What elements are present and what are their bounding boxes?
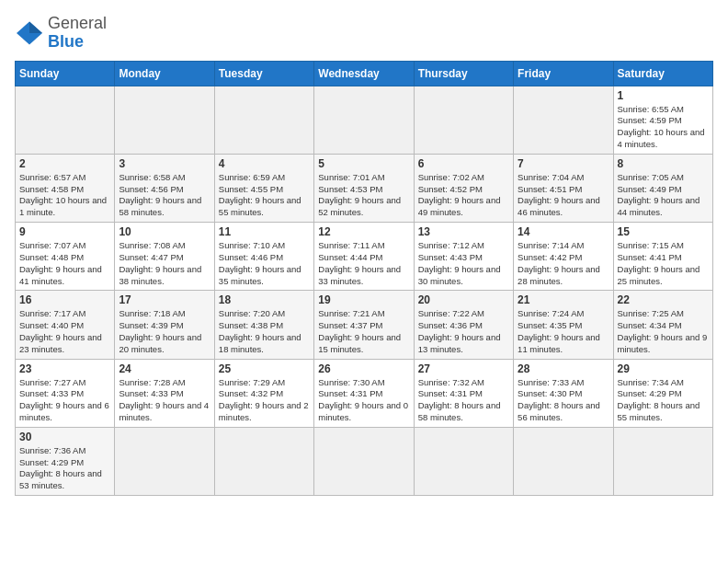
weekday-header-row: SundayMondayTuesdayWednesdayThursdayFrid… [16,61,713,86]
calendar-cell: 11Sunrise: 7:10 AM Sunset: 4:46 PM Dayli… [214,223,313,291]
calendar-week-row: 16Sunrise: 7:17 AM Sunset: 4:40 PM Dayli… [16,291,713,359]
day-number: 13 [418,225,509,238]
calendar-cell: 25Sunrise: 7:29 AM Sunset: 4:32 PM Dayli… [214,359,313,427]
day-info: Sunrise: 7:28 AM Sunset: 4:33 PM Dayligh… [119,377,210,424]
calendar-cell: 20Sunrise: 7:22 AM Sunset: 4:36 PM Dayli… [414,291,513,359]
day-number: 29 [618,362,709,375]
calendar-cell: 17Sunrise: 7:18 AM Sunset: 4:39 PM Dayli… [115,291,214,359]
day-info: Sunrise: 7:10 AM Sunset: 4:46 PM Dayligh… [219,240,310,287]
svg-marker-1 [29,21,42,32]
day-info: Sunrise: 7:27 AM Sunset: 4:33 PM Dayligh… [19,377,110,424]
calendar-week-row: 23Sunrise: 7:27 AM Sunset: 4:33 PM Dayli… [16,359,713,427]
day-info: Sunrise: 7:36 AM Sunset: 4:29 PM Dayligh… [19,445,110,492]
calendar-cell [314,427,414,495]
day-info: Sunrise: 7:34 AM Sunset: 4:29 PM Dayligh… [618,377,709,424]
calendar-cell: 21Sunrise: 7:24 AM Sunset: 4:35 PM Dayli… [514,291,613,359]
day-info: Sunrise: 7:29 AM Sunset: 4:32 PM Dayligh… [219,377,310,424]
calendar-cell [414,427,513,495]
calendar-cell: 5Sunrise: 7:01 AM Sunset: 4:53 PM Daylig… [314,154,414,222]
calendar-cell [115,86,214,154]
calendar-cell: 12Sunrise: 7:11 AM Sunset: 4:44 PM Dayli… [314,223,414,291]
logo-icon [15,20,44,46]
calendar-cell: 4Sunrise: 6:59 AM Sunset: 4:55 PM Daylig… [214,154,313,222]
day-number: 14 [518,225,609,238]
calendar-cell [214,86,313,154]
calendar-cell: 19Sunrise: 7:21 AM Sunset: 4:37 PM Dayli… [314,291,414,359]
day-info: Sunrise: 7:24 AM Sunset: 4:35 PM Dayligh… [518,308,609,355]
calendar-cell: 1Sunrise: 6:55 AM Sunset: 4:59 PM Daylig… [613,86,712,154]
page-header: General Blue [15,15,713,52]
day-number: 6 [418,157,509,170]
day-number: 26 [318,362,409,375]
day-info: Sunrise: 7:05 AM Sunset: 4:49 PM Dayligh… [618,172,709,219]
calendar-cell: 23Sunrise: 7:27 AM Sunset: 4:33 PM Dayli… [16,359,115,427]
day-number: 15 [618,225,709,238]
calendar-cell: 22Sunrise: 7:25 AM Sunset: 4:34 PM Dayli… [613,291,712,359]
calendar-cell: 15Sunrise: 7:15 AM Sunset: 4:41 PM Dayli… [613,223,712,291]
calendar-cell: 8Sunrise: 7:05 AM Sunset: 4:49 PM Daylig… [613,154,712,222]
day-number: 12 [318,225,409,238]
day-number: 16 [19,293,110,306]
calendar-week-row: 1Sunrise: 6:55 AM Sunset: 4:59 PM Daylig… [16,86,713,154]
weekday-header: Wednesday [314,61,414,86]
calendar-cell: 24Sunrise: 7:28 AM Sunset: 4:33 PM Dayli… [115,359,214,427]
calendar-cell [514,86,613,154]
calendar-cell: 6Sunrise: 7:02 AM Sunset: 4:52 PM Daylig… [414,154,513,222]
calendar-cell: 18Sunrise: 7:20 AM Sunset: 4:38 PM Dayli… [214,291,313,359]
calendar-cell: 3Sunrise: 6:58 AM Sunset: 4:56 PM Daylig… [115,154,214,222]
day-number: 2 [19,157,110,170]
day-number: 7 [518,157,609,170]
day-info: Sunrise: 7:14 AM Sunset: 4:42 PM Dayligh… [518,240,609,287]
day-info: Sunrise: 6:57 AM Sunset: 4:58 PM Dayligh… [19,172,110,219]
calendar-cell: 16Sunrise: 7:17 AM Sunset: 4:40 PM Dayli… [16,291,115,359]
day-info: Sunrise: 7:20 AM Sunset: 4:38 PM Dayligh… [219,308,310,355]
day-info: Sunrise: 6:55 AM Sunset: 4:59 PM Dayligh… [618,104,709,151]
calendar-week-row: 2Sunrise: 6:57 AM Sunset: 4:58 PM Daylig… [16,154,713,222]
day-number: 10 [119,225,210,238]
day-number: 5 [318,157,409,170]
day-number: 30 [19,431,110,443]
calendar-cell: 29Sunrise: 7:34 AM Sunset: 4:29 PM Dayli… [613,359,712,427]
day-number: 22 [618,293,709,306]
day-info: Sunrise: 7:25 AM Sunset: 4:34 PM Dayligh… [618,308,709,355]
day-info: Sunrise: 7:32 AM Sunset: 4:31 PM Dayligh… [418,377,509,424]
weekday-header: Thursday [414,61,513,86]
day-number: 19 [318,293,409,306]
day-info: Sunrise: 7:30 AM Sunset: 4:31 PM Dayligh… [318,377,409,424]
day-info: Sunrise: 7:22 AM Sunset: 4:36 PM Dayligh… [418,308,509,355]
day-number: 28 [518,362,609,375]
calendar-cell: 27Sunrise: 7:32 AM Sunset: 4:31 PM Dayli… [414,359,513,427]
weekday-header: Tuesday [214,61,313,86]
day-number: 11 [219,225,310,238]
calendar-cell [314,86,414,154]
calendar-table: SundayMondayTuesdayWednesdayThursdayFrid… [15,61,713,497]
day-number: 25 [219,362,310,375]
calendar-cell [414,86,513,154]
logo: General Blue [15,15,107,52]
calendar-cell: 28Sunrise: 7:33 AM Sunset: 4:30 PM Dayli… [514,359,613,427]
day-info: Sunrise: 6:59 AM Sunset: 4:55 PM Dayligh… [219,172,310,219]
day-number: 21 [518,293,609,306]
day-number: 8 [618,157,709,170]
logo-text: General Blue [48,15,107,52]
calendar-cell: 10Sunrise: 7:08 AM Sunset: 4:47 PM Dayli… [115,223,214,291]
calendar-cell: 9Sunrise: 7:07 AM Sunset: 4:48 PM Daylig… [16,223,115,291]
day-number: 1 [618,89,709,102]
calendar-week-row: 30Sunrise: 7:36 AM Sunset: 4:29 PM Dayli… [16,427,713,495]
day-number: 18 [219,293,310,306]
day-info: Sunrise: 7:17 AM Sunset: 4:40 PM Dayligh… [19,308,110,355]
day-number: 23 [19,362,110,375]
day-number: 20 [418,293,509,306]
day-number: 17 [119,293,210,306]
day-info: Sunrise: 7:08 AM Sunset: 4:47 PM Dayligh… [119,240,210,287]
day-info: Sunrise: 7:12 AM Sunset: 4:43 PM Dayligh… [418,240,509,287]
calendar-cell: 14Sunrise: 7:14 AM Sunset: 4:42 PM Dayli… [514,223,613,291]
calendar-cell: 30Sunrise: 7:36 AM Sunset: 4:29 PM Dayli… [16,427,115,495]
day-number: 27 [418,362,509,375]
calendar-cell [16,86,115,154]
day-info: Sunrise: 7:02 AM Sunset: 4:52 PM Dayligh… [418,172,509,219]
calendar-cell: 13Sunrise: 7:12 AM Sunset: 4:43 PM Dayli… [414,223,513,291]
day-info: Sunrise: 7:18 AM Sunset: 4:39 PM Dayligh… [119,308,210,355]
day-number: 4 [219,157,310,170]
calendar-cell [514,427,613,495]
